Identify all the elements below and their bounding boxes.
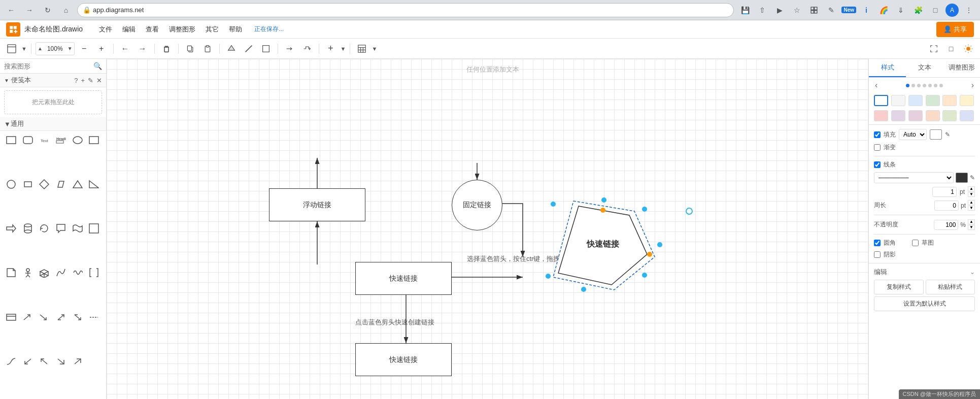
address-bar[interactable]: 🔒 app.diagrams.net (77, 3, 734, 17)
connector-btn[interactable] (282, 42, 297, 56)
undo-btn[interactable]: ← (118, 42, 133, 56)
shape-diamond[interactable] (37, 177, 51, 191)
avatar[interactable]: A (945, 4, 959, 17)
fill-btn[interactable] (224, 42, 239, 56)
shape-dashed[interactable] (87, 310, 101, 324)
zoom-in-btn[interactable]: ▼ (66, 42, 74, 55)
gradient-checkbox[interactable] (874, 144, 881, 151)
handle-tc[interactable] (601, 197, 606, 203)
page-dropdown[interactable]: ▼ (21, 46, 27, 52)
paste-style-btn[interactable]: 粘贴样式 (926, 280, 975, 294)
window-icon[interactable]: □ (928, 3, 942, 17)
notebook-section[interactable]: ▼ 便笺本 ? + ✎ ✕ (0, 74, 106, 87)
perimeter-up[interactable]: ▲ (968, 200, 975, 205)
redo-btn[interactable]: → (135, 42, 150, 56)
color-lightyellow[interactable] (960, 95, 974, 106)
perimeter-spinner[interactable]: ▲ ▼ (968, 200, 975, 211)
handle-mr[interactable] (657, 242, 662, 247)
shape-heading[interactable]: Heading (54, 133, 68, 147)
home-button[interactable]: ⌂ (59, 3, 73, 17)
dot-2[interactable] (911, 84, 915, 87)
fill-select[interactable]: Auto (899, 129, 927, 140)
paste-btn[interactable] (200, 42, 215, 56)
shape-rect3[interactable] (21, 177, 35, 191)
info-icon[interactable]: i (859, 3, 873, 17)
color-lightblue[interactable] (908, 95, 923, 106)
opacity-up[interactable]: ▲ (968, 219, 975, 224)
save-icon[interactable]: 💾 (738, 3, 752, 17)
rotate-handle[interactable] (686, 208, 693, 215)
sketch-checkbox[interactable] (912, 240, 919, 246)
set-default-btn[interactable]: 设置为默认样式 (874, 296, 975, 311)
minus-view-btn[interactable]: □ (943, 42, 959, 56)
line-style-select[interactable]: ─────── - - - - - · · · · · (874, 172, 954, 183)
zoom-out-icon[interactable]: − (77, 42, 92, 56)
color-lightgreen[interactable] (926, 95, 940, 106)
panel-next-btn[interactable]: › (969, 80, 976, 91)
quick-link-box1[interactable]: 快速链接 (355, 262, 452, 295)
perimeter-down[interactable]: ▼ (968, 206, 975, 211)
stroke-btn[interactable] (241, 42, 256, 56)
shape-wavy[interactable] (71, 221, 85, 236)
back-button[interactable]: ← (4, 3, 18, 17)
menu-file[interactable]: 文件 (95, 23, 116, 36)
floating-link-box[interactable]: 浮动链接 (269, 188, 365, 221)
page-view-btn[interactable] (4, 42, 19, 56)
color-white[interactable] (874, 95, 888, 106)
download-icon[interactable]: ⇓ (894, 3, 908, 17)
perimeter-input[interactable] (934, 201, 959, 211)
color-icon[interactable]: 🌈 (876, 3, 891, 17)
forward-button[interactable]: → (22, 3, 37, 17)
chrome-menu-btn[interactable]: ⋮ (962, 3, 976, 17)
notebook-add[interactable]: + (81, 77, 85, 84)
fill-color-block[interactable] (930, 129, 942, 140)
notebook-close[interactable]: ✕ (96, 77, 102, 84)
stroke-width-up[interactable]: ▲ (968, 186, 975, 191)
handle-br[interactable] (642, 273, 647, 278)
shape-cylinder[interactable] (21, 221, 35, 236)
opacity-input[interactable] (934, 220, 958, 230)
stroke-width-down[interactable]: ▼ (968, 192, 975, 197)
shape-rect4[interactable] (87, 221, 101, 236)
shape-triangle[interactable] (71, 177, 85, 191)
shape-parallelogram[interactable] (54, 177, 68, 191)
zoom-control[interactable]: ▲ 100% ▼ (36, 42, 75, 55)
color-lightpink[interactable] (874, 110, 888, 121)
fixed-link-circle[interactable]: 固定链接 (452, 180, 502, 230)
shape-ellipse[interactable] (71, 133, 85, 147)
shape-arrow3[interactable] (37, 310, 51, 324)
tab-text[interactable]: 文本 (906, 59, 943, 77)
notebook-help[interactable]: ? (74, 77, 78, 84)
stroke-checkbox[interactable] (874, 161, 881, 168)
share-button[interactable]: 👤 共享 (936, 22, 974, 37)
waypoint-btn[interactable] (299, 42, 315, 56)
shape-scurve[interactable] (4, 354, 18, 369)
shape-arrow4[interactable] (54, 310, 68, 324)
dot-1[interactable] (906, 84, 909, 87)
search-input[interactable] (4, 62, 90, 70)
stroke-width-spinner[interactable]: ▲ ▼ (968, 186, 975, 197)
dot-3[interactable] (917, 84, 921, 87)
zoom-in-icon[interactable]: + (94, 42, 109, 56)
opacity-down[interactable]: ▼ (968, 225, 975, 230)
dot-5[interactable] (928, 84, 932, 87)
menu-other[interactable]: 其它 (201, 23, 223, 36)
menu-view[interactable]: 查看 (142, 23, 163, 36)
shape-curve[interactable] (54, 265, 68, 280)
shape-arrow[interactable] (4, 221, 18, 236)
delete-btn[interactable] (159, 42, 174, 56)
menu-help[interactable]: 帮助 (225, 23, 246, 36)
panel-prev-btn[interactable]: ‹ (873, 80, 880, 91)
general-section[interactable]: ▼ 通用 (0, 117, 106, 131)
canvas-area[interactable]: 任何位置添加文本 浮动链接 (107, 59, 868, 399)
dot-4[interactable] (923, 84, 926, 87)
add-dropdown[interactable]: ▼ (341, 46, 346, 52)
dot-7[interactable] (939, 84, 943, 87)
stroke-width-input[interactable] (932, 187, 957, 197)
color-mauve[interactable] (908, 110, 923, 121)
color-lavender[interactable] (960, 110, 974, 121)
shape-rounded-rect[interactable] (21, 133, 35, 147)
shape-farrow[interactable] (71, 354, 85, 369)
color-lightgray[interactable] (891, 95, 905, 106)
shape-bracket[interactable] (87, 265, 101, 280)
